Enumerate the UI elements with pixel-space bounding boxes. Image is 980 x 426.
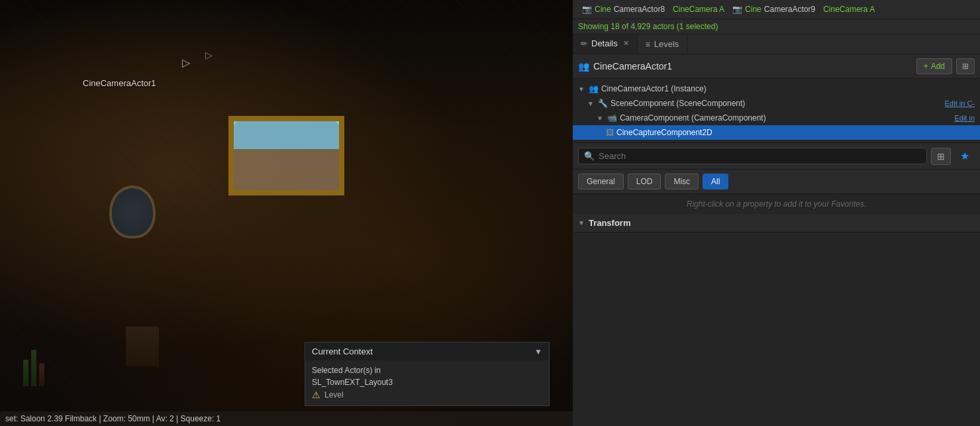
actor-item-9[interactable]: 📷 CineCameraActor9 CineCamera A xyxy=(728,3,879,16)
right-panel: 📷 CineCameraActor8 CineCamera A 📷 CineCa… xyxy=(573,0,980,426)
outliner-actors-area: 📷 CineCameraActor8 CineCamera A 📷 CineCa… xyxy=(573,0,980,19)
filter-general-button[interactable]: General xyxy=(578,174,624,189)
actor-item-8[interactable]: 📷 CineCameraActor8 CineCamera A xyxy=(578,3,728,16)
details-tab-icon: ✏ xyxy=(581,39,587,48)
camera-marker-1: ▷ xyxy=(182,56,190,69)
edit-link-scene[interactable]: Edit in C- xyxy=(945,99,975,107)
showing-info-bar: Showing 18 of 4,929 actors (1 selected) xyxy=(573,19,980,34)
grid-icon: ⊞ xyxy=(937,151,945,162)
add-plus-icon: + xyxy=(924,62,928,71)
popup-actor-label: Selected Actor(s) in xyxy=(312,366,542,375)
search-bar: 🔍 ⊞ ★ xyxy=(573,143,980,170)
painting-prop xyxy=(228,116,344,195)
viewport-status-bar: set: Saloon 2.39 Filmback | Zoom: 50mm |… xyxy=(0,411,573,426)
layout-button[interactable]: ⊞ xyxy=(956,58,975,74)
camera-label-3d: CineCameraActor1 xyxy=(83,78,156,88)
favorites-hint-text: Right-click on a property to add it to y… xyxy=(687,199,866,209)
tree-chevron-instance: ▼ xyxy=(578,85,585,93)
camera-marker-2: ▷ xyxy=(205,50,213,60)
actor-name-8: CameraActor8 xyxy=(614,5,665,14)
actor-header: 👥 CineCameraActor1 + Add ⊞ xyxy=(573,54,980,79)
tree-icon-camera: 📹 xyxy=(607,113,617,123)
tree-item-capture[interactable]: 🖼 CineCaptureComponent2D xyxy=(573,125,980,140)
actor-header-name: CineCameraActor1 xyxy=(593,61,912,72)
shelf-item-prop xyxy=(126,327,159,366)
popup-level-label: Level xyxy=(324,390,344,399)
component-tree: ▼ 👥 CineCameraActor1 (Instance) ▼ 🔧 Scen… xyxy=(573,79,980,143)
popup-title: Current Context xyxy=(312,346,373,356)
details-tab-close[interactable]: ✕ xyxy=(623,39,629,48)
actor-prefix-8: Cine xyxy=(595,5,611,14)
actor-header-icon: 👥 xyxy=(578,61,589,72)
tree-item-scene[interactable]: ▼ 🔧 SceneComponent (SceneComponent) Edit… xyxy=(573,96,980,111)
actor-name-9: CameraActor9 xyxy=(764,5,815,14)
actor-tag-8: CineCamera A xyxy=(673,5,724,14)
tree-icon-instance: 👥 xyxy=(589,84,599,93)
camera-actor-icon-9: 📷 xyxy=(732,5,742,14)
layout-icon: ⊞ xyxy=(962,62,969,71)
tab-details-label: Details xyxy=(591,38,618,48)
grid-view-button[interactable]: ⊞ xyxy=(931,148,951,165)
edit-link-camera[interactable]: Edit in xyxy=(954,114,975,122)
tree-label-capture: CineCaptureComponent2D xyxy=(616,128,712,137)
search-icon: 🔍 xyxy=(584,151,595,161)
star-icon: ★ xyxy=(960,150,969,162)
tab-levels[interactable]: ≡ Levels xyxy=(638,34,688,54)
popup-body: Selected Actor(s) in SL_TownEXT_Layout3 … xyxy=(305,360,549,405)
bottles-prop xyxy=(23,350,44,386)
tab-details[interactable]: ✏ Details ✕ xyxy=(573,34,638,54)
tree-label-scene: SceneComponent (SceneComponent) xyxy=(611,99,745,108)
tree-label-instance: CineCameraActor1 (Instance) xyxy=(601,84,707,93)
mirror-prop xyxy=(109,186,156,239)
add-button[interactable]: + Add xyxy=(916,58,952,74)
popup-level-info: ⚠ Level xyxy=(312,390,542,400)
popup-sublevel-name: SL_TownEXT_Layout3 xyxy=(312,378,542,387)
showing-text: Showing 18 of 4,929 actors (1 selected) xyxy=(578,22,718,31)
tree-chevron-scene: ▼ xyxy=(587,100,594,107)
context-popup: Current Context ▼ Selected Actor(s) in S… xyxy=(305,342,550,406)
tree-label-camera: CameraComponent (CameraComponent) xyxy=(620,113,766,123)
camera-actor-icon-8: 📷 xyxy=(582,5,592,14)
favorites-hint: Right-click on a property to add it to y… xyxy=(573,194,980,214)
search-input-wrap: 🔍 xyxy=(578,148,927,164)
levels-tab-icon: ≡ xyxy=(646,40,650,49)
search-input[interactable] xyxy=(599,151,921,161)
add-label: Add xyxy=(931,62,945,71)
transform-section-header[interactable]: ▼ Transform xyxy=(573,214,980,233)
tree-icon-scene: 🔧 xyxy=(598,99,608,108)
viewport[interactable]: CineCameraActor1 ▷ ▷ set: Saloon 2.39 Fi… xyxy=(0,0,573,426)
tree-item-instance[interactable]: ▼ 👥 CineCameraActor1 (Instance) xyxy=(573,81,980,96)
tree-item-camera[interactable]: ▼ 📹 CameraComponent (CameraComponent) Ed… xyxy=(573,111,980,125)
tab-bar: ✏ Details ✕ ≡ Levels xyxy=(573,34,980,54)
viewport-status-text: set: Saloon 2.39 Filmback | Zoom: 50mm |… xyxy=(5,414,220,423)
tree-chevron-camera: ▼ xyxy=(597,115,603,122)
filter-all-button[interactable]: All xyxy=(703,174,728,189)
outliner-actor-list: 📷 CineCameraActor8 CineCamera A 📷 CineCa… xyxy=(578,3,975,16)
popup-header: Current Context ▼ xyxy=(305,343,549,360)
tab-levels-label: Levels xyxy=(654,39,679,49)
actor-tag-9: CineCamera A xyxy=(823,5,875,14)
tree-icon-capture: 🖼 xyxy=(606,128,614,137)
filter-misc-button[interactable]: Misc xyxy=(665,174,699,189)
filter-lod-button[interactable]: LOD xyxy=(628,174,662,189)
transform-chevron-icon: ▼ xyxy=(578,219,585,227)
warning-icon: ⚠ xyxy=(312,390,320,400)
transform-section-title: Transform xyxy=(589,218,631,228)
filter-bar: General LOD Misc All xyxy=(573,170,980,194)
favorites-button[interactable]: ★ xyxy=(955,147,975,165)
popup-arrow-icon: ▼ xyxy=(534,347,542,356)
actor-prefix-9: Cine xyxy=(745,5,761,14)
